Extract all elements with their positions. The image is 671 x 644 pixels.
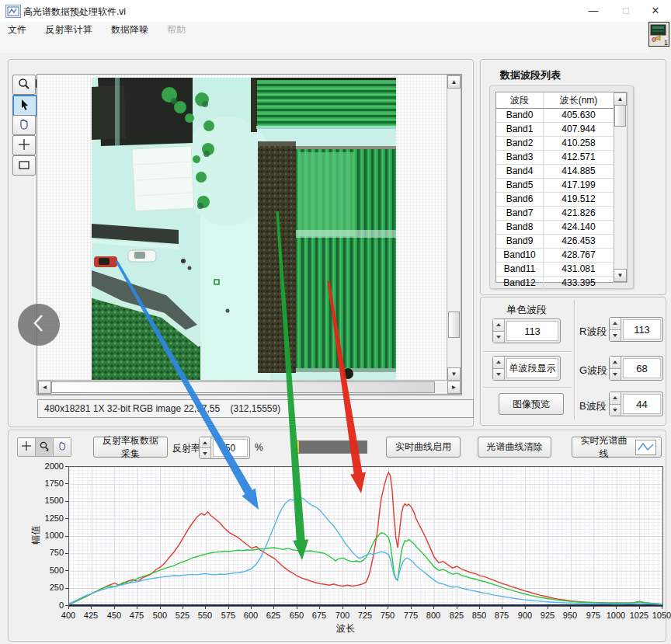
graph-palette <box>17 437 71 457</box>
horizontal-scrollbar[interactable]: ◄ ► <box>37 380 461 395</box>
b-band-spinner[interactable]: 44 <box>609 392 663 416</box>
increment-icon[interactable] <box>610 357 621 369</box>
increment-icon[interactable] <box>493 319 504 332</box>
table-scroll-thumb[interactable] <box>614 105 626 127</box>
hscroll-thumb[interactable] <box>51 381 435 393</box>
cursor-tool-button[interactable] <box>12 95 37 117</box>
table-row[interactable]: Band1407.944 <box>496 123 614 137</box>
image-preview-button[interactable]: 图像预览 <box>499 393 564 415</box>
scroll-up-icon[interactable]: ▲ <box>447 75 461 89</box>
decrement-icon[interactable] <box>610 369 621 381</box>
rectangle-tool-button[interactable] <box>12 155 36 176</box>
table-scroll-up-icon[interactable]: ▲ <box>614 92 627 106</box>
x-axis-title: 波长 <box>315 622 377 635</box>
table-scroll-down-icon[interactable]: ▼ <box>614 269 627 282</box>
decrement-icon[interactable] <box>493 332 504 343</box>
table-scrollbar[interactable]: ▲ ▼ <box>614 92 628 283</box>
close-button[interactable]: ✕ <box>641 0 670 22</box>
magnifier-icon <box>13 77 35 91</box>
x-tick-label: 675 <box>306 611 332 620</box>
increment-icon[interactable] <box>200 437 210 448</box>
collect-reference-button[interactable]: 反射率板数据采集 <box>93 437 168 458</box>
single-band-display-control[interactable]: 单波段显示 <box>492 356 561 381</box>
g-band-value[interactable]: 68 <box>623 358 661 378</box>
pan-tool-button[interactable] <box>12 115 36 135</box>
y-tick-mark <box>65 536 68 537</box>
menu-denoise[interactable]: 数据降噪 <box>103 22 156 38</box>
table-row[interactable]: Band10428.767 <box>496 249 614 263</box>
reflectance-value[interactable]: 50 <box>213 439 248 457</box>
x-tick-label: 800 <box>420 611 447 620</box>
b-band-value[interactable]: 44 <box>623 394 661 414</box>
curve-clear-button[interactable]: 光谱曲线清除 <box>478 437 551 458</box>
scroll-left-icon[interactable]: ◄ <box>38 381 51 394</box>
x-tick-mark <box>205 606 206 609</box>
increment-icon[interactable] <box>610 318 621 330</box>
table-row[interactable]: Band7421.826 <box>496 207 614 221</box>
scroll-right-icon[interactable]: ► <box>447 381 461 394</box>
table-row[interactable]: Band0405.630 <box>496 109 614 123</box>
x-tick-mark <box>160 606 161 609</box>
crosshair-tool-button[interactable] <box>12 135 36 155</box>
table-row[interactable]: Band9426.453 <box>496 235 614 249</box>
decrement-icon[interactable] <box>200 448 210 458</box>
graph-pan-icon[interactable] <box>54 438 71 456</box>
labview-vi-icon <box>5 5 21 18</box>
increment-icon[interactable] <box>610 392 621 405</box>
reflectance-spinner[interactable]: 50 <box>199 437 250 459</box>
realtime-enable-button[interactable]: 实时曲线启用 <box>386 437 461 458</box>
spectrum-chart[interactable] <box>68 466 663 607</box>
r-band-value[interactable]: 113 <box>623 319 661 339</box>
vi-badge: 1 <box>664 39 668 47</box>
y-tick-mark <box>65 518 68 519</box>
y-tick-label: 1000 <box>31 531 64 540</box>
graph-crosshair-icon[interactable] <box>18 438 36 456</box>
decrement-icon[interactable] <box>610 330 621 342</box>
maximize-button[interactable]: □ <box>611 0 641 22</box>
vscroll-thumb[interactable] <box>448 312 460 338</box>
decrement-icon[interactable] <box>493 369 504 381</box>
y-tick-label: 1750 <box>31 479 64 488</box>
table-row[interactable]: Band11431.081 <box>496 263 614 277</box>
increment-icon[interactable] <box>493 357 504 369</box>
zoom-tool-button[interactable] <box>12 75 36 95</box>
band-list-title: 数据波段列表 <box>500 68 561 82</box>
table-row[interactable]: Band4414.885 <box>496 165 614 179</box>
table-row[interactable]: Band12433.395 <box>496 277 614 291</box>
vertical-scrollbar[interactable]: ▲ ▼ <box>447 75 461 381</box>
col-wavelength: 波长(nm) <box>544 92 614 108</box>
menu-reflectance-calc[interactable]: 反射率计算 <box>37 22 99 38</box>
table-row[interactable]: Band5417.199 <box>496 179 614 193</box>
mono-band-label: 单色波段 <box>494 303 559 317</box>
single-band-display-button[interactable]: 单波段显示 <box>506 358 558 378</box>
table-row[interactable]: Band2410.258 <box>496 137 614 151</box>
mono-band-spinner[interactable]: 113 <box>492 319 561 343</box>
image-status-bar: 480x18281 1X 32-bit RGB image 22,97,55 (… <box>37 399 474 418</box>
realtime-spectrum-legend[interactable]: 实时光谱曲线 <box>572 437 662 458</box>
table-row[interactable]: Band8424.140 <box>496 221 614 235</box>
y-tick-mark <box>65 466 68 467</box>
waveform-legend-icon <box>635 440 656 455</box>
vi-corner-icon[interactable]: 1 <box>648 22 669 47</box>
minimize-button[interactable]: — <box>579 0 608 22</box>
band-table-header: 波段 波长(nm) <box>496 92 614 109</box>
r-band-spinner[interactable]: 113 <box>609 317 663 342</box>
aerial-image[interactable] <box>92 78 396 381</box>
decrement-icon[interactable] <box>610 405 621 416</box>
x-tick-label: 1000 <box>603 611 629 620</box>
y-tick-label: 750 <box>31 548 64 557</box>
y-tick-label: 2000 <box>31 461 64 471</box>
x-tick-mark <box>411 606 412 609</box>
table-row[interactable]: Band3412.571 <box>496 151 614 165</box>
y-tick-mark <box>65 553 68 554</box>
g-band-spinner[interactable]: 68 <box>609 356 663 381</box>
menu-file[interactable]: 文件 <box>0 22 34 38</box>
menu-help: 帮助 <box>159 22 193 38</box>
table-row[interactable]: Band6419.512 <box>496 193 614 207</box>
mono-band-value[interactable]: 113 <box>506 321 558 341</box>
x-tick-mark <box>319 606 320 609</box>
scroll-down-icon[interactable]: ▼ <box>447 367 461 381</box>
graph-zoom-icon[interactable] <box>36 438 54 456</box>
nav-back-overlay[interactable] <box>18 304 60 346</box>
x-tick-mark <box>570 606 571 609</box>
